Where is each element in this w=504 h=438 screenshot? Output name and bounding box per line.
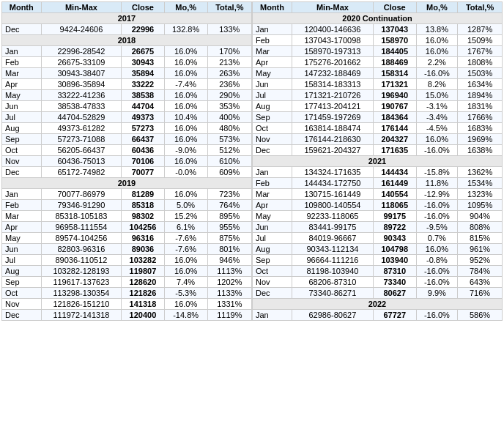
table-cell: 9.9% — [416, 288, 457, 299]
table-cell: 89036 — [122, 244, 164, 255]
table-row: Mar130715-161449140554-12.9%1323% — [253, 189, 503, 200]
table-cell: Nov — [253, 134, 292, 145]
table-row: Feb144434-17275016144911.8%1534% — [253, 178, 503, 189]
table-row: Dec9424-2460622996132.8%133% — [2, 24, 252, 35]
table-cell: -5.3% — [164, 288, 207, 299]
table-cell: 875% — [207, 233, 251, 244]
col-header-mo-2: Mo,% — [416, 2, 457, 13]
table-cell: Jun — [2, 101, 42, 112]
table-cell: 801% — [207, 244, 251, 255]
table-row: Aug90343-11213410479816.0%961% — [253, 244, 503, 255]
table-cell: 103282-128193 — [41, 266, 122, 277]
tables-container: Month Min-Max Close Mo,% Total,% 2017Dec… — [0, 0, 504, 322]
table-cell: 57273-71088 — [41, 134, 122, 145]
table-row: Mar30943-384073589416.0%263% — [2, 68, 252, 79]
table-cell: 1534% — [458, 178, 503, 189]
table-row: Aug177413-204121190767-3.1%1831% — [253, 101, 503, 112]
table-cell: 30943-38407 — [41, 68, 122, 79]
table-cell: 176144 — [373, 123, 416, 134]
year-label: 2018 — [2, 35, 252, 46]
table-cell: 33222 — [122, 79, 164, 90]
table-cell: 84019-96667 — [292, 233, 374, 244]
table-cell: May — [253, 68, 292, 79]
table-cell: 60436 — [122, 145, 164, 156]
table-cell: 171321-210726 — [292, 90, 374, 101]
table-cell: 1767% — [458, 46, 503, 57]
table-cell: 163814-188474 — [292, 123, 374, 134]
table-cell: 1113% — [207, 266, 251, 277]
col-header-total-1: Total,% — [207, 2, 251, 13]
table-cell: 120400 — [122, 310, 164, 321]
table-cell: 1133% — [207, 288, 251, 299]
table-cell: -16.0% — [416, 277, 457, 288]
table-cell: -16.0% — [416, 200, 457, 211]
table-cell: 610% — [207, 156, 251, 167]
table-cell: 121826-151210 — [41, 299, 122, 310]
table-cell: Apr — [2, 222, 42, 233]
col-header-month-1: Month — [2, 2, 42, 13]
table-cell: 1119% — [207, 310, 251, 321]
table-cell: Feb — [2, 57, 42, 68]
table-cell: 184364 — [373, 112, 416, 123]
table-cell: 161449 — [373, 178, 416, 189]
table-cell: 171459-197269 — [292, 112, 374, 123]
table-row: Apr175276-2016621884692.2%1808% — [253, 57, 503, 68]
table-row: Nov121826-15121014131816.0%1331% — [2, 299, 252, 310]
col-header-mo-1: Mo,% — [164, 2, 207, 13]
table-cell: 2.2% — [416, 57, 457, 68]
table-cell: 121826 — [122, 288, 164, 299]
table-cell: 83441-99175 — [292, 222, 374, 233]
table-cell: Sep — [2, 134, 42, 145]
table-left: Month Min-Max Close Mo,% Total,% 2017Dec… — [1, 1, 252, 321]
table-cell: 952% — [458, 255, 503, 266]
col-header-close-2: Close — [373, 2, 416, 13]
table-cell: 176144-218630 — [292, 134, 374, 145]
table-cell: 16.0% — [164, 134, 207, 145]
table-cell: 33222-41236 — [41, 90, 122, 101]
table-cell: -7.4% — [164, 79, 207, 90]
table-cell: 188469 — [373, 57, 416, 68]
table-cell: 133% — [207, 24, 251, 35]
table-cell: -9.5% — [416, 222, 457, 233]
table-cell: 87310 — [373, 266, 416, 277]
table-cell: 82803-96316 — [41, 244, 122, 255]
table-cell: 290% — [207, 90, 251, 101]
table-cell: 134324-171635 — [292, 167, 374, 178]
table-row: Jun158314-1833131713218.2%1634% — [253, 79, 503, 90]
table-cell: Feb — [253, 178, 292, 189]
table-cell: 16.0% — [164, 189, 207, 200]
table-cell: 79346-91290 — [41, 200, 122, 211]
table-cell: 130715-161449 — [292, 189, 374, 200]
table-cell: Jul — [2, 255, 42, 266]
table-cell: 1683% — [458, 123, 503, 134]
table-cell: 1509% — [458, 35, 503, 46]
table-cell: 22996-28542 — [41, 46, 122, 57]
table-row: May33222-412363853816.0%290% — [2, 90, 252, 101]
table-cell: 96664-111216 — [292, 255, 374, 266]
col-header-close-1: Close — [122, 2, 164, 13]
table-row: Apr109800-140554118065-16.0%1095% — [253, 200, 503, 211]
table-cell: -16.0% — [416, 211, 457, 222]
table-cell: 144434 — [373, 167, 416, 178]
table-cell: 35894 — [122, 68, 164, 79]
table-row: Dec159621-204327171635-16.0%1638% — [253, 145, 503, 156]
table-cell: 137043 — [373, 24, 416, 35]
table-cell: 103940 — [373, 255, 416, 266]
table-cell: -16.0% — [416, 266, 457, 277]
table-row: Feb26675-331093094316.0%213% — [2, 57, 252, 68]
table-cell: 16.0% — [164, 299, 207, 310]
table-cell: Jul — [253, 233, 292, 244]
table-row: Nov68206-8731073340-16.0%643% — [253, 277, 503, 288]
table-cell: 0.7% — [416, 233, 457, 244]
table-cell: 764% — [207, 200, 251, 211]
table-row: Dec111972-141318120400-14.8%1119% — [2, 310, 252, 321]
table-cell: 104256 — [122, 222, 164, 233]
table-cell: 158314-183313 — [292, 79, 374, 90]
table-cell: -16.0% — [416, 68, 457, 79]
table-cell: Mar — [2, 211, 42, 222]
table-row: Sep119617-1376231286207.4%1202% — [2, 277, 252, 288]
table-row: May89574-10425696316-7.6%875% — [2, 233, 252, 244]
table-cell: 716% — [458, 288, 503, 299]
table-row: Aug49373-612825727316.0%480% — [2, 123, 252, 134]
table-cell: Dec — [253, 288, 292, 299]
